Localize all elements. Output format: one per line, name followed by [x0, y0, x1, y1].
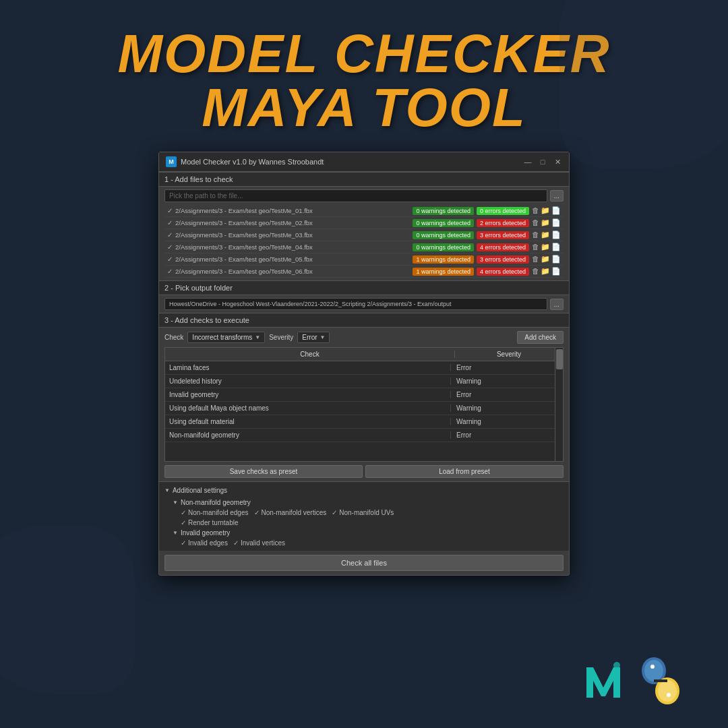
- file-checkbox-2[interactable]: ✓: [167, 231, 173, 239]
- file-view-5[interactable]: 📄: [551, 267, 561, 276]
- file-view-3[interactable]: 📄: [551, 243, 561, 251]
- title-bar-controls: — □ ✕: [523, 157, 562, 166]
- non-manifold-edges-label: Non-manifold edges: [188, 509, 249, 516]
- bg-decoration-1: [559, 0, 728, 169]
- non-manifold-vertices-label: Non-manifold vertices: [262, 509, 327, 516]
- preset-row: Save checks as preset Load from preset: [159, 462, 569, 481]
- file-delete-5[interactable]: 🗑: [532, 267, 539, 276]
- maximize-button[interactable]: □: [538, 157, 547, 166]
- non-manifold-header[interactable]: ▼ Non-manifold geometry: [173, 497, 564, 508]
- checks-table-rows: Lamina faces Error Undeleted history War…: [165, 361, 563, 442]
- table-row: Lamina faces Error: [165, 361, 563, 375]
- non-manifold-uvs-checkbox[interactable]: ✓ Non-manifold UVs: [332, 509, 394, 516]
- check-severity-1: Warning: [451, 377, 559, 385]
- file-browse-3[interactable]: 📁: [541, 243, 550, 251]
- render-turntable-checkbox[interactable]: ✓ Render turntable: [181, 519, 239, 526]
- warnings-badge-2: 0 warnings detected: [413, 231, 474, 239]
- close-button[interactable]: ✕: [553, 157, 562, 166]
- file-checkbox-3[interactable]: ✓: [167, 243, 173, 251]
- title-bar: M Model Checker v1.0 by Wannes Strooband…: [159, 152, 569, 172]
- file-view-0[interactable]: 📄: [551, 206, 561, 215]
- file-browse-2[interactable]: 📁: [541, 231, 550, 239]
- browse-button[interactable]: ...: [550, 190, 564, 202]
- file-row: ✓ 2/Assignments/3 - Exam/test geo/TestMe…: [164, 253, 564, 266]
- file-browse-5[interactable]: 📁: [541, 267, 550, 276]
- non-manifold-edges-checkbox[interactable]: ✓ Non-manifold edges: [181, 509, 249, 516]
- check-name-0: Lamina faces: [169, 364, 451, 371]
- non-manifold-vertices-checkbox[interactable]: ✓ Non-manifold vertices: [254, 509, 327, 516]
- check-severity-2: Error: [451, 391, 559, 398]
- add-check-button[interactable]: Add check: [517, 331, 564, 344]
- window-wrapper: M Model Checker v1.0 by Wannes Strooband…: [0, 148, 728, 576]
- title-bar-left: M Model Checker v1.0 by Wannes Strooband…: [166, 156, 324, 167]
- maya-icon: M: [166, 156, 177, 167]
- bg-decoration-2: [0, 526, 135, 694]
- invalid-geometry-label: Invalid geometry: [181, 529, 230, 537]
- load-preset-button[interactable]: Load from preset: [365, 465, 564, 478]
- errors-badge-0: 0 errors detected: [477, 207, 529, 215]
- file-actions-4: 🗑 📁 📄: [532, 255, 561, 264]
- additional-settings-header[interactable]: ▼ Additional settings: [164, 485, 564, 496]
- errors-badge-1: 2 errors detected: [477, 219, 529, 227]
- check-severity-5: Error: [451, 431, 559, 439]
- output-browse-button[interactable]: ...: [550, 299, 564, 310]
- file-delete-2[interactable]: 🗑: [532, 231, 539, 239]
- check-dropdown[interactable]: Incorrect transforms ▼: [187, 332, 265, 343]
- svg-point-6: [667, 693, 671, 697]
- svg-point-4: [658, 680, 677, 702]
- severity-label: Severity: [269, 334, 293, 341]
- minimize-button[interactable]: —: [523, 157, 533, 166]
- file-delete-3[interactable]: 🗑: [532, 243, 539, 251]
- check-label: Check: [164, 334, 183, 341]
- scrollbar-thumb[interactable]: [556, 349, 563, 369]
- invalid-vertices-checkbox[interactable]: ✓ Invalid vertices: [233, 539, 285, 547]
- output-path[interactable]: Howest/OneDrive - Hogeschool West-Vlaand…: [164, 298, 547, 310]
- render-turntable-label: Render turntable: [188, 519, 239, 526]
- file-checkbox-5[interactable]: ✓: [167, 268, 173, 275]
- checks-table: Check Severity Lamina faces Error Undele…: [164, 347, 564, 462]
- col-check-header: Check: [165, 351, 455, 358]
- file-name-0: 2/Assignments/3 - Exam/test geo/TestMe_0…: [175, 207, 410, 214]
- path-field[interactable]: Pick the path to the file...: [164, 189, 547, 202]
- file-view-1[interactable]: 📄: [551, 218, 561, 227]
- path-row: Pick the path to the file... ...: [164, 189, 564, 202]
- warnings-badge-5: 1 warnings detected: [413, 268, 474, 276]
- file-delete-4[interactable]: 🗑: [532, 255, 539, 264]
- warnings-badge-4: 1 warnings detected: [413, 255, 474, 264]
- file-browse-1[interactable]: 📁: [541, 218, 550, 227]
- window-title: Model Checker v1.0 by Wannes Stroobandt: [181, 158, 324, 166]
- check-name-3: Using default Maya object names: [169, 404, 451, 412]
- save-preset-button[interactable]: Save checks as preset: [164, 465, 363, 478]
- check-name-4: Using default material: [169, 418, 451, 425]
- non-manifold-uvs-check-icon: ✓: [332, 509, 337, 516]
- section2-header: 2 - Pick output folder: [159, 280, 569, 295]
- render-turntable-check-icon: ✓: [181, 519, 186, 526]
- check-all-button[interactable]: Check all files: [164, 555, 564, 571]
- severity-dropdown[interactable]: Error ▼: [297, 332, 330, 343]
- check-dropdown-arrow: ▼: [255, 334, 260, 340]
- file-delete-1[interactable]: 🗑: [532, 218, 539, 227]
- file-browse-0[interactable]: 📁: [541, 206, 550, 215]
- file-checkbox-1[interactable]: ✓: [167, 219, 173, 226]
- errors-badge-4: 3 errors detected: [477, 255, 529, 264]
- invalid-geometry-header[interactable]: ▼ Invalid geometry: [173, 528, 564, 538]
- file-browse-4[interactable]: 📁: [541, 255, 550, 264]
- file-name-2: 2/Assignments/3 - Exam/test geo/TestMe_0…: [175, 231, 410, 239]
- check-severity-4: Warning: [451, 418, 559, 425]
- file-checkbox-4[interactable]: ✓: [167, 255, 173, 263]
- file-name-4: 2/Assignments/3 - Exam/test geo/TestMe_0…: [175, 255, 410, 263]
- maya-logo-icon: [580, 657, 627, 704]
- check-severity-0: Error: [451, 364, 559, 371]
- invalid-edges-checkbox[interactable]: ✓ Invalid edges: [181, 539, 228, 547]
- scrollbar[interactable]: [555, 348, 563, 461]
- section1-header: 1 - Add files to check: [159, 172, 569, 187]
- sub-settings: ▼ Non-manifold geometry ✓ Non-manifold e…: [164, 497, 564, 548]
- check-name-5: Non-manifold geometry: [169, 431, 451, 439]
- file-actions-1: 🗑 📁 📄: [532, 218, 561, 227]
- file-delete-0[interactable]: 🗑: [532, 206, 539, 215]
- non-manifold-label: Non-manifold geometry: [181, 499, 251, 506]
- check-name-2: Invalid geometry: [169, 391, 451, 398]
- file-checkbox-0[interactable]: ✓: [167, 207, 173, 214]
- file-view-2[interactable]: 📄: [551, 231, 561, 239]
- file-view-4[interactable]: 📄: [551, 255, 561, 264]
